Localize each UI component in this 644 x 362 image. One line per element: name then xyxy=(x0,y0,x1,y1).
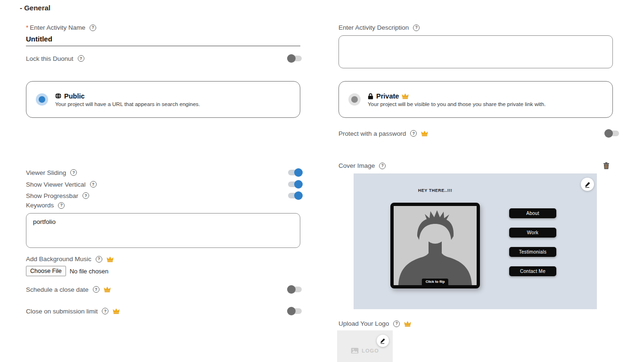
cover-nav-button-work[interactable]: Work xyxy=(509,228,556,238)
section-title: - General xyxy=(20,4,50,12)
upload-logo-label-row: Upload Your Logo ? xyxy=(339,320,411,327)
trash-icon[interactable] xyxy=(603,162,610,169)
keywords-label: Keywords xyxy=(26,202,54,209)
crown-icon xyxy=(107,256,114,263)
pencil-icon xyxy=(584,181,591,188)
visibility-public-card[interactable]: Public Your project will have a URL that… xyxy=(26,81,300,118)
viewer-sliding-label: Viewer Sliding xyxy=(26,169,66,176)
crown-icon xyxy=(404,321,411,327)
show-viewer-vertical-label: Show Viewer Vertical xyxy=(26,181,86,188)
viewer-sliding-row: Viewer Sliding? xyxy=(26,167,302,178)
lock-duonut-row: Lock this Duonut ? xyxy=(26,53,302,64)
crown-icon xyxy=(402,93,409,99)
help-icon[interactable]: ? xyxy=(83,192,89,199)
background-music-label-row: Add Background Music ? xyxy=(26,255,114,263)
schedule-close-date-toggle[interactable] xyxy=(288,287,302,292)
activity-name-label: *Enter Activity Name xyxy=(26,24,85,31)
keywords-label-row: Keywords ? xyxy=(26,202,65,209)
help-icon[interactable]: ? xyxy=(78,55,84,62)
crown-icon xyxy=(113,308,120,314)
lock-duonut-label-wrap: Lock this Duonut ? xyxy=(26,55,84,62)
crown-icon xyxy=(104,286,111,293)
edit-cover-button[interactable] xyxy=(581,178,594,191)
cover-image-label: Cover Image xyxy=(339,162,375,169)
avatar-frame[interactable]: Click to flip xyxy=(390,203,480,288)
activity-name-input[interactable]: Untitled xyxy=(26,35,52,43)
image-icon xyxy=(351,347,359,354)
background-music-file-input[interactable]: Choose File No file chosen xyxy=(26,266,108,276)
close-on-submission-limit-toggle[interactable] xyxy=(288,308,302,314)
show-progressbar-toggle[interactable] xyxy=(288,193,302,198)
show-viewer-vertical-row: Show Viewer Vertical? xyxy=(26,179,302,190)
public-card-text: Public Your project will have a URL that… xyxy=(55,92,200,107)
activity-name-underline xyxy=(26,46,300,46)
activity-description-label: Enter Activity Description xyxy=(339,24,409,31)
protect-password-label: Protect with a password xyxy=(339,130,406,137)
close-on-submission-limit-label: Close on submission limit xyxy=(26,308,98,315)
avatar-silhouette xyxy=(394,206,477,285)
show-progressbar-label: Show Progressbar xyxy=(26,192,78,199)
globe-icon xyxy=(55,93,61,99)
file-status-text: No file chosen xyxy=(70,268,108,275)
edit-logo-button[interactable] xyxy=(377,335,389,347)
upload-logo-label: Upload Your Logo xyxy=(339,320,389,327)
help-icon[interactable]: ? xyxy=(70,169,77,176)
logo-upload-box[interactable]: LOGO xyxy=(337,330,393,362)
choose-file-button[interactable]: Choose File xyxy=(26,266,66,276)
public-card-title: Public xyxy=(55,92,200,100)
help-icon[interactable]: ? xyxy=(413,25,420,31)
crown-icon xyxy=(421,130,428,137)
activity-description-input[interactable] xyxy=(339,35,613,68)
private-card-description: Your project will be visible to you and … xyxy=(368,101,545,107)
public-card-description: Your project will have a URL that appear… xyxy=(55,101,200,107)
cover-image-preview[interactable]: HEY THERE..!!! Click to flip About Work … xyxy=(354,173,597,309)
show-viewer-vertical-toggle[interactable] xyxy=(288,181,302,187)
cover-nav-button-about[interactable]: About xyxy=(509,208,556,218)
visibility-private-card[interactable]: Private Your project will be visible to … xyxy=(339,81,613,118)
general-settings-page: - General *Enter Activity Name ? Untitle… xyxy=(0,0,644,362)
lock-duonut-label: Lock this Duonut xyxy=(26,55,74,62)
help-icon[interactable]: ? xyxy=(102,308,108,314)
public-radio[interactable] xyxy=(36,93,48,106)
private-card-text: Private Your project will be visible to … xyxy=(368,92,545,107)
show-progressbar-row: Show Progressbar? xyxy=(26,190,302,201)
pencil-icon xyxy=(380,337,386,344)
keywords-input[interactable]: portfolio xyxy=(26,213,300,248)
activity-name-label-row: *Enter Activity Name ? xyxy=(26,24,96,31)
help-icon[interactable]: ? xyxy=(90,181,97,188)
lock-icon xyxy=(368,93,373,99)
logo-placeholder-text: LOGO xyxy=(362,348,379,354)
help-icon[interactable]: ? xyxy=(90,25,96,31)
cover-image-label-row: Cover Image ? xyxy=(339,162,386,169)
help-icon[interactable]: ? xyxy=(93,286,99,293)
close-on-submission-limit-row: Close on submission limit ? xyxy=(26,305,302,317)
background-music-label: Add Background Music xyxy=(26,255,91,263)
cover-nav-button-contact-me[interactable]: Contact Me xyxy=(509,266,556,276)
cover-nav-button-testimonials[interactable]: Testimonials xyxy=(509,247,556,257)
private-card-title: Private xyxy=(368,92,545,100)
schedule-close-date-row: Schedule a close date ? xyxy=(26,284,302,295)
schedule-close-date-label: Schedule a close date xyxy=(26,286,89,293)
keywords-field-wrap: portfolio xyxy=(26,213,300,248)
help-icon[interactable]: ? xyxy=(58,202,65,209)
activity-description-field-wrap xyxy=(339,35,613,68)
logo-placeholder: LOGO xyxy=(337,347,393,354)
activity-description-label-row: Enter Activity Description ? xyxy=(339,24,420,31)
viewer-sliding-toggle[interactable] xyxy=(288,170,302,175)
help-icon[interactable]: ? xyxy=(379,163,386,169)
help-icon[interactable]: ? xyxy=(96,256,102,263)
click-to-flip-badge[interactable]: Click to flip xyxy=(422,279,448,285)
required-asterisk: * xyxy=(26,24,28,31)
lock-duonut-toggle[interactable] xyxy=(288,56,302,61)
cover-headline: HEY THERE..!!! xyxy=(390,188,480,193)
protect-password-toggle[interactable] xyxy=(605,131,619,136)
protect-password-row: Protect with a password ? xyxy=(339,128,619,139)
help-icon[interactable]: ? xyxy=(410,130,417,137)
help-icon[interactable]: ? xyxy=(393,321,400,327)
private-radio[interactable] xyxy=(348,93,361,106)
